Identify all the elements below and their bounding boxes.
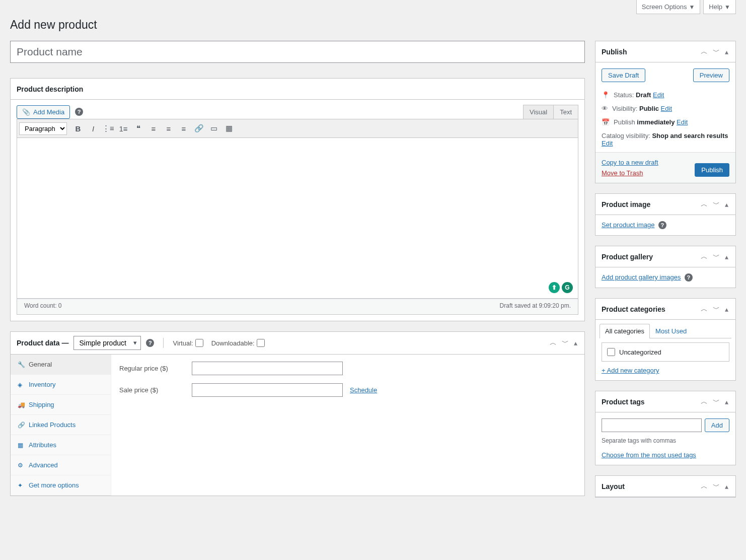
choose-most-used-tags-link[interactable]: Choose from the most used tags (602, 451, 696, 459)
layout-box: Layout ︿ ﹀ ▴ (595, 475, 736, 498)
sale-price-input[interactable] (192, 383, 343, 397)
tab-advanced[interactable]: ⚙Advanced (11, 455, 111, 475)
bold-button[interactable]: B (71, 121, 85, 135)
add-media-button[interactable]: 📎 Add Media (17, 105, 70, 119)
help-icon[interactable]: ? (146, 339, 154, 347)
number-list-button[interactable]: 1≡ (116, 121, 130, 135)
edit-publish-link[interactable]: Edit (677, 118, 688, 126)
panel-up-icon[interactable]: ︿ (700, 46, 709, 57)
edit-status-link[interactable]: Edit (653, 91, 664, 99)
align-center-button[interactable]: ≡ (162, 121, 176, 135)
tab-visual[interactable]: Visual (523, 105, 554, 119)
panel-toggle-icon[interactable]: ▴ (724, 397, 729, 407)
product-description-box: Product description 📎 Add Media ? Visual… (10, 78, 585, 321)
sale-price-label: Sale price ($) (119, 386, 185, 394)
add-tag-button[interactable]: Add (705, 418, 729, 432)
panel-down-icon[interactable]: ﹀ (712, 46, 721, 57)
tab-linked-products[interactable]: 🔗Linked Products (11, 415, 111, 435)
product-name-input[interactable] (10, 41, 585, 63)
panel-toggle-icon[interactable]: ▴ (724, 481, 729, 492)
panel-down-icon[interactable]: ﹀ (712, 304, 721, 315)
save-draft-button[interactable]: Save Draft (602, 68, 645, 82)
grammarly-icon[interactable]: ⬆ (549, 282, 560, 293)
chevron-down-icon: ▼ (724, 4, 730, 11)
description-heading: Product description (17, 85, 83, 93)
panel-toggle-icon[interactable]: ▴ (724, 47, 729, 57)
tab-text[interactable]: Text (554, 105, 578, 119)
move-to-trash-link[interactable]: Move to Trash (602, 169, 643, 177)
read-more-button[interactable]: ▭ (207, 121, 221, 135)
edit-visibility-link[interactable]: Edit (661, 105, 672, 112)
word-count: Word count: 0 (24, 302, 61, 309)
panel-up-icon[interactable]: ︿ (700, 199, 709, 210)
panel-down-icon[interactable]: ﹀ (712, 199, 721, 210)
downloadable-checkbox[interactable] (257, 339, 265, 347)
panel-down-icon[interactable]: ﹀ (712, 396, 721, 407)
category-checkbox[interactable] (607, 348, 615, 356)
help-tab[interactable]: Help ▼ (703, 0, 736, 14)
tab-get-more[interactable]: ✦Get more options (11, 475, 111, 496)
tab-shipping[interactable]: 🚚Shipping (11, 395, 111, 415)
eye-icon: 👁 (602, 105, 608, 112)
tab-most-used[interactable]: Most Used (650, 324, 692, 338)
tab-general[interactable]: 🔧General (11, 355, 111, 375)
link-button[interactable]: 🔗 (192, 121, 206, 135)
blockquote-button[interactable]: ❝ (131, 121, 145, 135)
panel-up-icon[interactable]: ︿ (700, 304, 709, 315)
add-gallery-images-link[interactable]: Add product gallery images (602, 273, 681, 281)
panel-toggle-icon[interactable]: ▴ (573, 338, 578, 348)
align-left-button[interactable]: ≡ (146, 121, 161, 135)
add-new-category-link[interactable]: + Add new category (602, 367, 659, 374)
attributes-icon: ▦ (18, 442, 25, 449)
product-image-box: Product image ︿ ﹀ ▴ Set product image ? (595, 193, 736, 236)
editor-content[interactable]: ⬆ G (17, 137, 578, 299)
toolbar-toggle-button[interactable]: ▦ (222, 121, 236, 135)
publish-button[interactable]: Publish (695, 163, 729, 177)
panel-up-icon[interactable]: ︿ (700, 396, 709, 407)
panel-toggle-icon[interactable]: ▴ (724, 304, 729, 314)
panel-down-icon[interactable]: ﹀ (712, 251, 721, 262)
product-type-select[interactable]: Simple product (73, 336, 141, 350)
help-icon[interactable]: ? (658, 221, 666, 229)
regular-price-input[interactable] (192, 362, 343, 375)
regular-price-label: Regular price ($) (119, 365, 185, 372)
draft-saved-time: Draft saved at 9:09:20 pm. (500, 302, 571, 309)
italic-button[interactable]: I (86, 121, 100, 135)
tab-all-categories[interactable]: All categories (600, 324, 650, 338)
category-item[interactable]: Uncategorized (607, 348, 724, 356)
virtual-checkbox[interactable] (195, 339, 203, 347)
tab-attributes[interactable]: ▦Attributes (11, 435, 111, 455)
wrench-icon: 🔧 (18, 361, 25, 368)
product-gallery-heading: Product gallery (602, 253, 653, 261)
screen-options-tab[interactable]: Screen Options ▼ (636, 0, 701, 14)
product-tags-box: Product tags ︿ ﹀ ▴ Add Separate tags wit… (595, 391, 736, 465)
format-select[interactable]: Paragraph (19, 122, 67, 135)
truck-icon: 🚚 (18, 401, 25, 408)
schedule-link[interactable]: Schedule (350, 386, 377, 394)
preview-button[interactable]: Preview (693, 68, 729, 82)
panel-toggle-icon[interactable]: ▴ (724, 199, 729, 209)
grammarly-icon-2[interactable]: G (562, 282, 573, 293)
help-icon[interactable]: ? (685, 273, 693, 282)
panel-toggle-icon[interactable]: ▴ (724, 252, 729, 262)
edit-catalog-link[interactable]: Edit (602, 139, 613, 147)
tab-inventory[interactable]: ◈Inventory (11, 375, 111, 395)
panel-up-icon[interactable]: ︿ (700, 251, 709, 262)
panel-up-icon[interactable]: ︿ (700, 481, 709, 492)
product-tags-heading: Product tags (602, 398, 645, 406)
product-categories-box: Product categories ︿ ﹀ ▴ All categories … (595, 298, 736, 381)
virtual-checkbox-label: Virtual: (173, 339, 203, 347)
panel-down-icon[interactable]: ﹀ (712, 481, 721, 492)
align-right-button[interactable]: ≡ (177, 121, 191, 135)
bullet-list-button[interactable]: ⋮≡ (101, 121, 115, 135)
set-product-image-link[interactable]: Set product image (602, 221, 655, 229)
panel-down-icon[interactable]: ﹀ (561, 337, 570, 348)
copy-draft-link[interactable]: Copy to a new draft (602, 159, 658, 166)
panel-up-icon[interactable]: ︿ (549, 337, 558, 348)
tag-input[interactable] (602, 418, 702, 432)
inventory-icon: ◈ (18, 381, 25, 388)
help-icon[interactable]: ? (75, 108, 83, 116)
pin-icon: 📍 (602, 91, 610, 99)
product-categories-heading: Product categories (602, 305, 665, 313)
calendar-icon: 📅 (602, 118, 610, 126)
